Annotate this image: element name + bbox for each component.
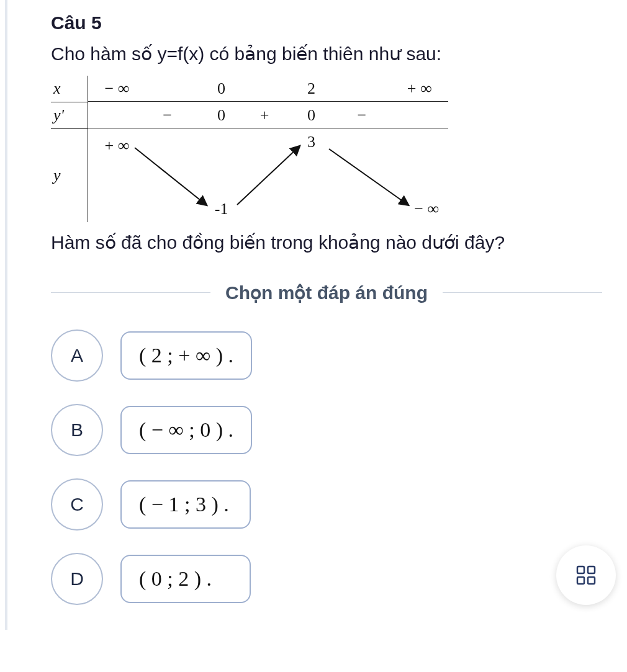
row-label-x: x: [51, 76, 88, 102]
instruction-text: Chọn một đáp án đúng: [210, 282, 443, 303]
svg-line-1: [237, 146, 299, 205]
grid-icon: [575, 564, 597, 586]
option-a: A ( 2 ; + ∞ ) .: [51, 329, 602, 382]
variation-table: x − ∞ 0 2 + ∞ y' − 0 + 0 − y + ∞ -1 3: [51, 76, 448, 222]
row-label-y: y: [51, 129, 88, 222]
row-y-values: + ∞ -1 3 − ∞: [88, 129, 448, 222]
svg-line-2: [329, 149, 408, 205]
question-label: Câu 5: [51, 12, 602, 34]
question-subprompt: Hàm số đã cho đồng biến trong khoảng nào…: [51, 230, 602, 256]
svg-rect-4: [588, 567, 595, 573]
option-c-text[interactable]: ( − 1 ; 3 ) .: [120, 480, 251, 529]
option-b-button[interactable]: B: [51, 404, 103, 456]
option-c: C ( − 1 ; 3 ) .: [51, 478, 602, 531]
option-d-text[interactable]: ( 0 ; 2 ) .: [120, 555, 251, 603]
svg-rect-5: [577, 577, 584, 584]
option-b: B ( − ∞ ; 0 ) .: [51, 404, 602, 456]
variation-arrows: [88, 129, 448, 222]
option-a-button[interactable]: A: [51, 329, 103, 382]
row-label-yprime: y': [51, 102, 88, 129]
option-c-button[interactable]: C: [51, 478, 103, 531]
option-d-button[interactable]: D: [51, 553, 103, 605]
question-card: Câu 5 Cho hàm số y=f(x) có bảng biến thi…: [5, 0, 627, 630]
option-a-text[interactable]: ( 2 ; + ∞ ) .: [120, 331, 252, 380]
option-b-text[interactable]: ( − ∞ ; 0 ) .: [120, 406, 252, 454]
instruction-divider: Chọn một đáp án đúng: [51, 282, 602, 303]
svg-rect-3: [577, 567, 584, 573]
options-list: A ( 2 ; + ∞ ) . B ( − ∞ ; 0 ) . C ( − 1 …: [51, 329, 602, 605]
grid-menu-button[interactable]: [556, 545, 616, 605]
svg-rect-6: [588, 577, 595, 584]
question-prompt: Cho hàm số y=f(x) có bảng biến thiên như…: [51, 41, 602, 67]
row-x-values: − ∞ 0 2 + ∞: [88, 76, 448, 102]
option-d: D ( 0 ; 2 ) .: [51, 553, 602, 605]
row-yprime-values: − 0 + 0 −: [88, 102, 448, 128]
svg-line-0: [135, 148, 206, 205]
